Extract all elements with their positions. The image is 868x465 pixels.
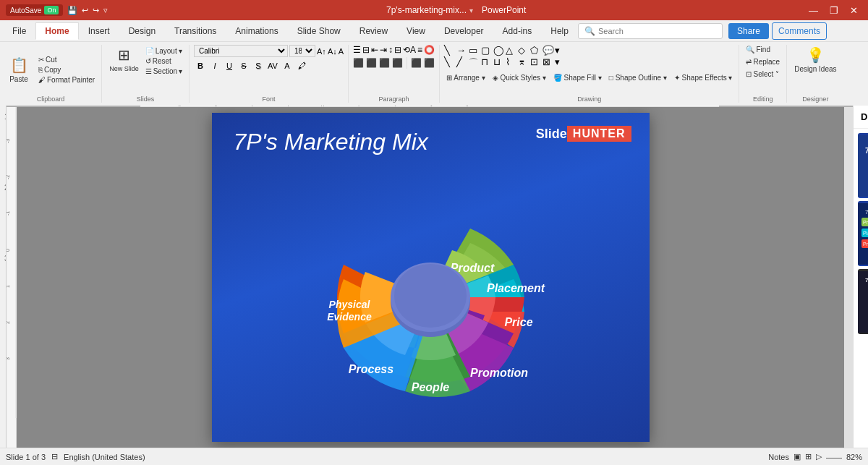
extra-icon[interactable]: ▿ xyxy=(103,6,108,15)
tab-design[interactable]: Design xyxy=(119,22,165,40)
view-slide-sorter-button[interactable]: ⊞ xyxy=(805,452,812,461)
italic-button[interactable]: I xyxy=(208,59,221,72)
shape-4[interactable]: ⌒ xyxy=(469,56,480,69)
paste-button[interactable]: 📋 Paste xyxy=(4,55,33,85)
shape-3[interactable]: ╱ xyxy=(456,56,468,69)
convert-smartart-button[interactable]: ⭕ xyxy=(424,45,435,55)
tab-addins[interactable]: Add-ins xyxy=(493,22,542,40)
shape-outline-button[interactable]: □ Shape Outline ▾ xyxy=(607,73,669,82)
new-slide-button[interactable]: ⊞ New Slide xyxy=(106,45,142,74)
restore-button[interactable]: ❐ xyxy=(825,5,843,16)
select-button[interactable]: ⊡ Select ˅ xyxy=(744,69,781,79)
design-idea-2[interactable]: 7P's Marketing Mix Product Placement Pri… xyxy=(858,201,868,266)
increase-indent-button[interactable]: ⇥ xyxy=(380,45,387,55)
shape-7[interactable]: ⌇ xyxy=(506,56,517,69)
replace-button[interactable]: ⇌ Replace xyxy=(744,57,782,67)
tab-developer[interactable]: Developer xyxy=(435,22,493,40)
design-idea-1[interactable]: 7P's Marketing Mix xyxy=(858,133,868,198)
tab-review[interactable]: Review xyxy=(350,22,397,40)
close-button[interactable]: ✕ xyxy=(846,5,862,16)
scroll-rail-right[interactable] xyxy=(844,107,853,448)
shape-pentagon[interactable]: ⬠ xyxy=(530,45,542,56)
strikethrough-button[interactable]: S xyxy=(237,59,250,72)
section-button[interactable]: ☰ Section ▾ xyxy=(143,67,184,76)
shape-8[interactable]: ⌆ xyxy=(518,56,529,69)
shape-11[interactable]: ▾ xyxy=(555,56,566,69)
shape-arrow[interactable]: → xyxy=(456,45,468,56)
font-size-select[interactable]: 18 xyxy=(289,45,315,57)
shape-2[interactable]: ╲ xyxy=(444,56,456,69)
redo-icon[interactable]: ↪ xyxy=(93,6,99,15)
tab-insert[interactable]: Insert xyxy=(79,22,119,40)
slide-area[interactable]: 7P's Marketing Mix Slide HUNTER xyxy=(17,107,844,448)
font-family-select[interactable]: Calibri xyxy=(194,45,288,57)
char-spacing-button[interactable]: AV xyxy=(266,59,279,72)
view-reading-button[interactable]: ▷ xyxy=(816,452,822,461)
justify-button[interactable]: ⬛ xyxy=(392,58,403,68)
shape-oval[interactable]: ◯ xyxy=(493,45,505,56)
minimize-button[interactable]: — xyxy=(804,5,822,16)
search-input[interactable] xyxy=(598,27,716,35)
quick-styles-button[interactable]: ◈ Quick Styles ▾ xyxy=(490,73,548,82)
slide-item-2[interactable]: 2 7P's Marketing Mix xyxy=(3,179,6,247)
underline-button[interactable]: U xyxy=(223,59,236,72)
font-increase-icon[interactable]: A↑ xyxy=(317,47,326,56)
tab-help[interactable]: Help xyxy=(541,22,578,40)
layout-button[interactable]: 📄 Layout ▾ xyxy=(143,46,184,56)
tab-home[interactable]: Home xyxy=(35,22,78,40)
notes-button[interactable]: Notes xyxy=(768,453,789,461)
align-text-button[interactable]: ≡ xyxy=(417,45,422,55)
align-center-button[interactable]: ⬛ xyxy=(366,58,377,68)
shape-effects-button[interactable]: ✦ Shape Effects ▾ xyxy=(672,73,735,82)
reset-button[interactable]: ↺ Reset xyxy=(143,56,184,66)
bold-button[interactable]: B xyxy=(194,59,207,72)
tab-file[interactable]: File xyxy=(3,22,35,40)
shape-diamond[interactable]: ◇ xyxy=(518,45,529,56)
search-bar[interactable]: 🔍 xyxy=(578,23,723,39)
comments-button[interactable]: Comments xyxy=(772,22,827,40)
highlight-button[interactable]: 🖍 xyxy=(295,59,308,72)
increase-list-button[interactable]: ⬛ xyxy=(424,58,435,68)
align-right-button[interactable]: ⬛ xyxy=(379,58,390,68)
decrease-indent-button[interactable]: ⇤ xyxy=(371,45,378,55)
slide-item-1[interactable]: 1 7P's Marketing Mix Slide HUNTER xyxy=(3,108,6,176)
find-button[interactable]: 🔍 Find xyxy=(744,45,772,54)
shape-10[interactable]: ⊠ xyxy=(542,56,554,69)
shape-callout[interactable]: 💬 xyxy=(542,45,554,56)
columns-button[interactable]: ⊟ xyxy=(394,45,401,55)
arrange-button[interactable]: ⊞ Arrange ▾ xyxy=(444,73,488,82)
shape-line[interactable]: ╲ xyxy=(444,45,456,56)
slide-item-3[interactable]: 3 Slide HUNTER Thank you! xyxy=(3,250,6,318)
undo-icon[interactable]: ↩ xyxy=(82,6,88,15)
shape-6[interactable]: ⊔ xyxy=(493,56,505,69)
design-ideas-button[interactable]: 💡 Design Ideas xyxy=(791,45,839,74)
share-button[interactable]: Share xyxy=(728,23,769,39)
line-spacing-button[interactable]: ↕ xyxy=(388,45,393,55)
shape-5[interactable]: ⊓ xyxy=(481,56,493,69)
view-normal-button[interactable]: ▣ xyxy=(793,452,801,461)
numbering-button[interactable]: ⊟ xyxy=(362,45,370,55)
text-direction-button[interactable]: ⟲A xyxy=(403,45,416,55)
shape-9[interactable]: ⊡ xyxy=(530,56,542,69)
design-idea-3[interactable]: 7P's Marketing Mix xyxy=(858,269,868,334)
font-clear-icon[interactable]: A xyxy=(339,47,344,56)
slide-canvas[interactable]: 7P's Marketing Mix Slide HUNTER xyxy=(212,113,650,442)
align-left-button[interactable]: ⬛ xyxy=(353,58,364,68)
cut-button[interactable]: ✂ Cut xyxy=(36,55,97,64)
quick-access-save-icon[interactable]: 💾 xyxy=(67,6,77,15)
bullets-button[interactable]: ☰ xyxy=(353,45,361,55)
zoom-slider[interactable]: —— xyxy=(826,453,842,461)
shape-fill-button[interactable]: 🪣 Shape Fill ▾ xyxy=(551,73,604,82)
shadow-button[interactable]: S xyxy=(252,59,265,72)
autosave-state[interactable]: On xyxy=(44,6,59,14)
format-painter-button[interactable]: 🖌 Format Painter xyxy=(36,75,97,85)
decrease-list-button[interactable]: ⬛ xyxy=(411,58,422,68)
copy-button[interactable]: ⎘ Copy xyxy=(36,65,97,74)
tab-view[interactable]: View xyxy=(397,22,435,40)
font-decrease-icon[interactable]: A↓ xyxy=(328,47,337,56)
shape-more[interactable]: ▾ xyxy=(555,45,566,56)
shape-rounded[interactable]: ▢ xyxy=(481,45,493,56)
tab-slideshow[interactable]: Slide Show xyxy=(288,22,350,40)
shape-rect[interactable]: ▭ xyxy=(469,45,480,56)
tab-transitions[interactable]: Transitions xyxy=(165,22,226,40)
